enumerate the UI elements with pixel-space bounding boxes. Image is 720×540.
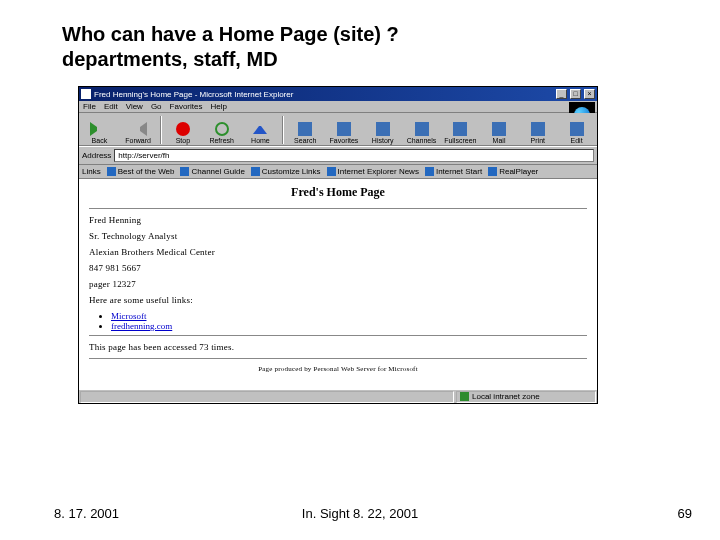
author-pager: pager 12327 (89, 279, 587, 289)
list-item: Microsoft (111, 311, 587, 321)
titlebar: Fred Henning's Home Page - Microsoft Int… (79, 87, 597, 101)
ie-page-icon (81, 89, 91, 99)
link-icon (425, 167, 434, 176)
stop-icon (176, 122, 190, 136)
menu-edit[interactable]: Edit (104, 102, 118, 111)
close-button[interactable]: × (584, 89, 595, 99)
slide-title-line2: departments, staff, MD (62, 47, 399, 72)
divider (89, 208, 587, 209)
page-heading: Fred's Home Page (89, 185, 587, 200)
slide-title: Who can have a Home Page (site) ? depart… (62, 22, 399, 72)
divider (89, 358, 587, 359)
back-button[interactable]: Back (81, 115, 118, 145)
forward-button[interactable]: Forward (120, 115, 157, 145)
author-org: Alexian Brothers Medical Center (89, 247, 587, 257)
print-button[interactable]: Print (519, 115, 556, 145)
refresh-icon (215, 122, 229, 136)
menubar: File Edit View Go Favorites Help (79, 101, 597, 113)
history-icon (376, 122, 390, 136)
fullscreen-button[interactable]: Fullscreen (442, 115, 479, 145)
list-item: fredhenning.com (111, 321, 587, 331)
slide-title-line1: Who can have a Home Page (site) ? (62, 22, 399, 47)
home-icon (253, 120, 267, 134)
search-icon (298, 122, 312, 136)
zone-icon (460, 392, 469, 401)
toolbar: Back Forward Stop Refresh Home Search Fa… (79, 113, 597, 146)
mail-button[interactable]: Mail (481, 115, 518, 145)
link-internet-start[interactable]: Internet Start (425, 167, 482, 176)
page-link-microsoft[interactable]: Microsoft (111, 311, 147, 321)
links-label: Links (82, 167, 101, 176)
home-button[interactable]: Home (242, 115, 279, 145)
favorites-button[interactable]: Favorites (326, 115, 363, 145)
status-bar: Local intranet zone (79, 389, 597, 403)
hit-counter: This page has been accessed 73 times. (89, 342, 587, 352)
link-icon (251, 167, 260, 176)
menu-view[interactable]: View (126, 102, 143, 111)
menu-go[interactable]: Go (151, 102, 162, 111)
address-input[interactable]: http://server/fh (114, 149, 594, 162)
author-title: Sr. Technology Analyst (89, 231, 587, 241)
status-pane (80, 391, 454, 403)
links-bar: Links Best of the Web Channel Guide Cust… (79, 165, 597, 179)
menu-help[interactable]: Help (210, 102, 226, 111)
forward-arrow-icon (133, 122, 147, 136)
edit-button[interactable]: Edit (558, 115, 595, 145)
channels-icon (415, 122, 429, 136)
address-label: Address (82, 151, 111, 160)
divider (89, 335, 587, 336)
edit-icon (570, 122, 584, 136)
page-content: Fred's Home Page Fred Henning Sr. Techno… (79, 179, 597, 389)
refresh-button[interactable]: Refresh (203, 115, 240, 145)
stop-button[interactable]: Stop (165, 115, 202, 145)
history-button[interactable]: History (364, 115, 401, 145)
link-icon (107, 167, 116, 176)
page-link-fredhenning[interactable]: fredhenning.com (111, 321, 172, 331)
star-icon (337, 122, 351, 136)
status-text: Local intranet zone (472, 392, 540, 401)
page-footer-note: Page produced by Personal Web Server for… (89, 365, 587, 373)
search-button[interactable]: Search (287, 115, 324, 145)
minimize-button[interactable]: _ (556, 89, 567, 99)
link-icon (488, 167, 497, 176)
author-name: Fred Henning (89, 215, 587, 225)
menu-favorites[interactable]: Favorites (170, 102, 203, 111)
channels-button[interactable]: Channels (403, 115, 440, 145)
toolbar-separator (160, 116, 162, 144)
print-icon (531, 122, 545, 136)
link-icon (327, 167, 336, 176)
footer-center: In. Sight 8. 22, 2001 (0, 506, 720, 521)
toolbar-separator (282, 116, 284, 144)
address-bar: Address http://server/fh (79, 146, 597, 165)
maximize-button[interactable]: □ (570, 89, 581, 99)
menu-file[interactable]: File (83, 102, 96, 111)
links-intro: Here are some useful links: (89, 295, 587, 305)
back-arrow-icon (90, 122, 104, 136)
ie-browser-window: Fred Henning's Home Page - Microsoft Int… (78, 86, 598, 404)
fullscreen-icon (453, 122, 467, 136)
status-zone: Local intranet zone (456, 391, 596, 403)
link-best-of-web[interactable]: Best of the Web (107, 167, 175, 176)
window-title: Fred Henning's Home Page - Microsoft Int… (94, 90, 553, 99)
footer-page-number: 69 (678, 506, 692, 521)
link-icon (180, 167, 189, 176)
page-link-list: Microsoft fredhenning.com (111, 311, 587, 331)
link-ie-news[interactable]: Internet Explorer News (327, 167, 419, 176)
author-phone: 847 981 5667 (89, 263, 587, 273)
link-channel-guide[interactable]: Channel Guide (180, 167, 244, 176)
link-customize-links[interactable]: Customize Links (251, 167, 321, 176)
link-realplayer[interactable]: RealPlayer (488, 167, 538, 176)
mail-icon (492, 122, 506, 136)
